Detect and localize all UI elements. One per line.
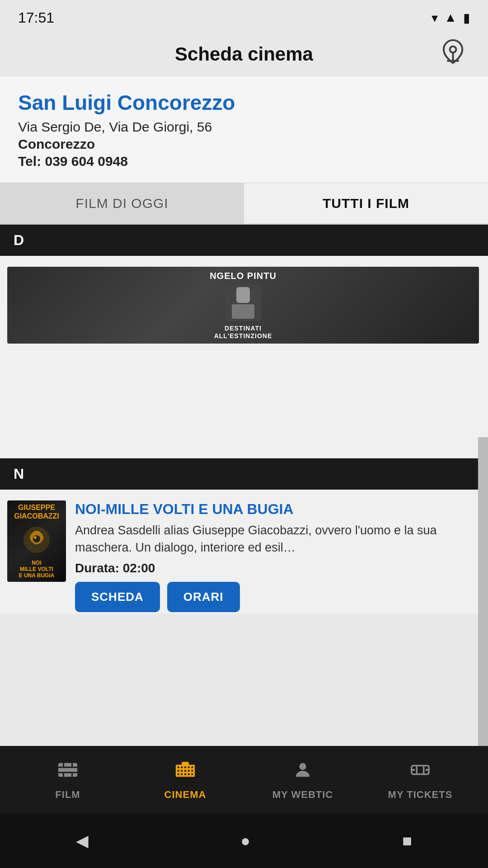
svg-rect-4 [232,304,254,319]
nav-label-my-webtic: MY WEBTIC [272,789,333,801]
svg-rect-20 [191,766,193,768]
page-title: Scheda cinema [175,43,313,65]
svg-rect-22 [181,770,183,772]
svg-rect-26 [178,773,179,775]
header: Scheda cinema [0,32,488,77]
tabs-container: FILM DI OGGI TUTTI I FILM [0,183,488,225]
nav-label-film: FILM [55,789,80,801]
cinema-address: Via Sergio De, Via De Giorgi, 56 [18,119,470,135]
film-poster-destinati: NGELO PINTU DESTINATIALL'ESTINZIONE [7,267,479,344]
section-header-n: N [0,458,488,490]
film-details-noi-mille: NOI-MILLE VOLTI E UNA BUGIA Andrea Sasde… [75,500,479,612]
status-bar: 17:51 ▾ ▲ ▮ [0,0,488,32]
status-icons: ▾ ▲ ▮ [432,10,470,25]
scheda-button-noi-mille[interactable]: SCHEDA [75,582,160,612]
tel-number: 039 604 0948 [45,154,128,169]
ticket-icon [410,760,431,785]
cinema-tel: Tel: 039 604 0948 [18,154,470,169]
svg-rect-3 [236,287,250,303]
svg-rect-25 [191,770,193,772]
person-icon [292,760,313,785]
svg-rect-23 [184,770,186,772]
svg-rect-8 [58,763,77,777]
cinema-info-section: San Luigi Concorezzo Via Sergio De, Via … [0,77,488,183]
film-poster-noi-mille: GIUSEPPE GIACOBAZZI NOI MILLE VOLTI E UN… [7,500,66,582]
system-nav: ◀ ● ■ [0,814,488,868]
film-item-destinati: NGELO PINTU DESTINATIALL'ESTINZIONE DEST… [0,256,488,458]
cinema-city: Concorezzo [18,137,470,152]
tab-tutti-i-film[interactable]: TUTTI I FILM [244,183,488,224]
nav-item-cinema[interactable]: CINEMA [127,760,244,801]
film-list: D NGELO PINTU DESTINATIALL'ESTINZIONE DE… [0,225,488,613]
status-time: 17:51 [18,9,54,26]
svg-rect-29 [188,773,190,775]
svg-rect-21 [178,770,179,772]
nav-label-my-tickets: MY TICKETS [388,789,453,801]
svg-point-7 [34,536,37,539]
svg-rect-18 [184,766,186,768]
svg-point-6 [33,535,40,542]
cinema-name: San Luigi Concorezzo [18,90,470,115]
nav-item-my-tickets[interactable]: MY TICKETS [361,760,479,801]
svg-rect-24 [188,770,190,772]
orari-button-noi-mille[interactable]: ORARI [167,582,240,612]
film-buttons-noi-mille: SCHEDA ORARI [75,582,479,612]
tel-label: Tel: [18,154,41,169]
svg-rect-16 [178,766,179,768]
nav-item-film[interactable]: FILM [9,760,127,801]
home-button[interactable]: ● [213,827,277,855]
film-duration-noi-mille: Durata: 02:00 [75,561,479,576]
battery-icon: ▮ [463,10,470,25]
film-icon [57,760,78,785]
nav-item-my-webtic[interactable]: MY WEBTIC [244,760,361,801]
wifi-icon: ▾ [432,10,438,25]
signal-icon: ▲ [444,10,457,25]
film-description-noi-mille: Andrea Sasdelli alias Giuseppe Giacobazz… [75,522,479,557]
svg-rect-28 [184,773,186,775]
svg-rect-31 [182,762,188,764]
section-header-d: D [0,225,488,256]
svg-rect-17 [181,766,183,768]
cinema-icon [175,760,196,785]
svg-rect-19 [188,766,190,768]
bottom-nav: FILM CINEMA [0,746,488,814]
back-button[interactable]: ◀ [49,827,116,855]
recent-button[interactable]: ■ [375,827,439,855]
svg-point-0 [450,47,456,53]
nav-label-cinema: CINEMA [164,789,206,801]
tab-film-di-oggi[interactable]: FILM DI OGGI [0,183,244,224]
film-item-noi-mille: GIUSEPPE GIACOBAZZI NOI MILLE VOLTI E UN… [0,490,488,613]
map-pin-icon[interactable] [441,39,465,70]
film-title-noi-mille: NOI-MILLE VOLTI E UNA BUGIA [75,500,479,518]
svg-point-32 [299,763,306,769]
svg-rect-27 [181,773,183,775]
svg-rect-30 [191,773,193,775]
